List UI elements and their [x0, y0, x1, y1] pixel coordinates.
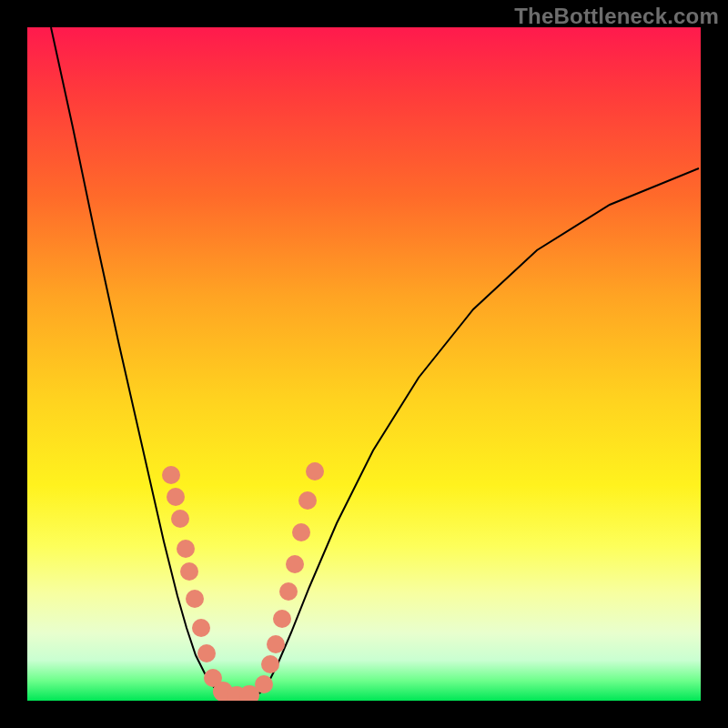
- data-marker: [286, 555, 304, 573]
- watermark-text: TheBottleneck.com: [514, 4, 719, 29]
- data-marker: [292, 523, 310, 541]
- data-marker: [279, 582, 298, 601]
- data-marker: [171, 510, 189, 528]
- data-marker: [261, 655, 279, 673]
- data-marker: [180, 562, 198, 581]
- chart-frame: [27, 27, 701, 701]
- data-marker: [197, 644, 216, 662]
- data-marker: [162, 466, 180, 484]
- marker-group: [162, 462, 324, 701]
- data-marker: [298, 491, 317, 510]
- data-marker: [167, 488, 185, 506]
- data-marker: [306, 462, 324, 480]
- data-marker: [177, 540, 195, 558]
- data-marker: [255, 675, 273, 693]
- chart-svg: [27, 27, 701, 701]
- data-marker: [192, 619, 210, 637]
- data-marker: [273, 610, 291, 628]
- data-marker: [267, 635, 285, 653]
- curve-right: [259, 168, 699, 693]
- data-marker: [186, 590, 204, 608]
